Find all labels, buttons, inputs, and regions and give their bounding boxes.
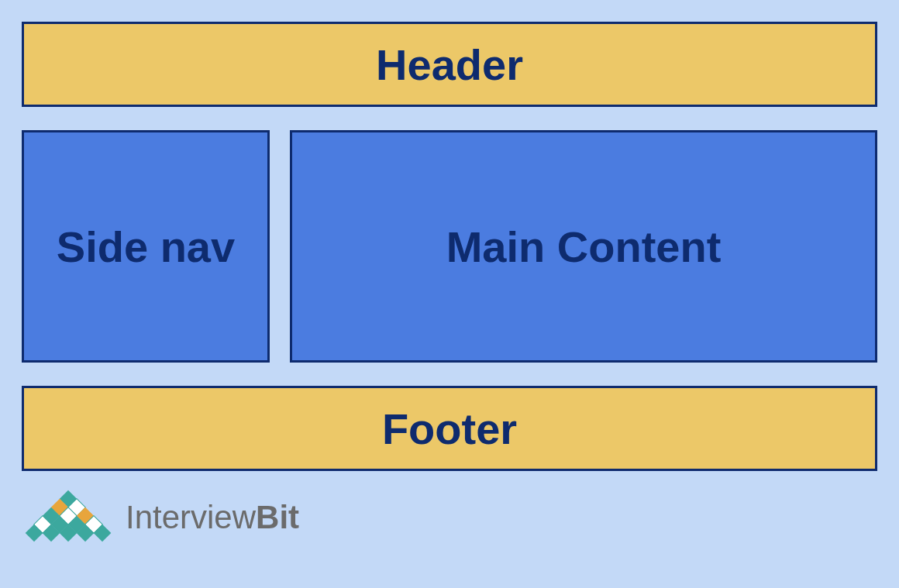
middle-row: Side nav Main Content	[22, 130, 877, 363]
footer-label: Footer	[382, 404, 517, 454]
header-region: Header	[22, 22, 877, 107]
interviewbit-logo-icon	[22, 487, 115, 548]
logo-suffix: Bit	[256, 499, 299, 535]
logo: InterviewBit	[22, 487, 877, 548]
side-nav-label: Side nav	[57, 222, 235, 272]
main-content-label: Main Content	[446, 222, 722, 272]
header-label: Header	[376, 40, 523, 90]
main-content-region: Main Content	[290, 130, 877, 363]
footer-region: Footer	[22, 386, 877, 471]
side-nav-region: Side nav	[22, 130, 270, 363]
logo-text: InterviewBit	[126, 499, 299, 536]
logo-prefix: Interview	[126, 499, 256, 535]
